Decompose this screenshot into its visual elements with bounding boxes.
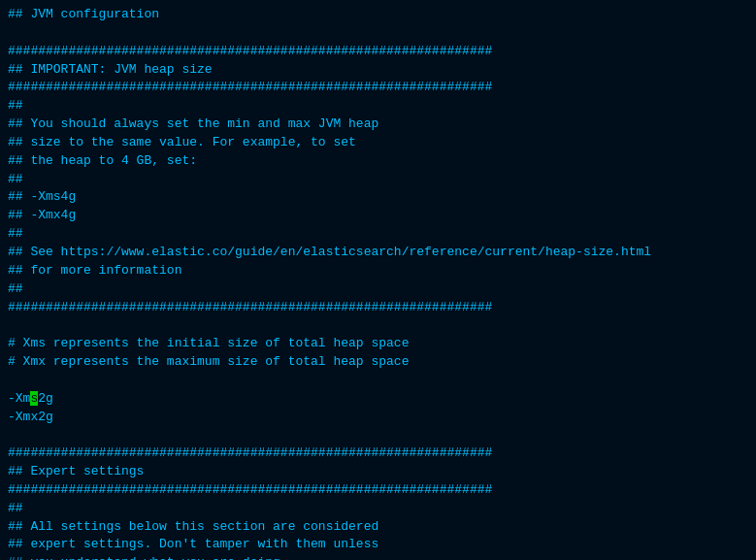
line-8: ## size to the same value. For example, …	[8, 134, 748, 152]
line-25: ########################################…	[8, 445, 748, 463]
line-23: -Xmx2g	[8, 409, 748, 427]
line-22: -Xms2g	[8, 390, 748, 409]
line-18	[8, 316, 748, 335]
line-17: ########################################…	[8, 299, 748, 317]
cursor-highlight: s	[30, 391, 38, 406]
line-11: ## -Xms4g	[8, 188, 748, 207]
line-26: ## Expert settings	[8, 463, 748, 481]
line-10: ##	[8, 171, 748, 189]
line-2	[8, 24, 748, 43]
line-6: ##	[8, 97, 748, 115]
line-28: ##	[8, 500, 748, 518]
line-5: ########################################…	[8, 79, 748, 97]
line-13: ##	[8, 225, 748, 244]
line-12: ## -Xmx4g	[8, 207, 748, 225]
line-7: ## You should always set the min and max…	[8, 115, 748, 134]
line-1: ## JVM configuration	[8, 6, 748, 24]
terminal: ## JVM configuration ###################…	[0, 0, 756, 560]
line-21	[8, 372, 748, 390]
line-30: ## expert settings. Don't tamper with th…	[8, 536, 748, 554]
line-4: ## IMPORTANT: JVM heap size	[8, 61, 748, 80]
line-3: ########################################…	[8, 43, 748, 61]
line-14: ## See https://www.elastic.co/guide/en/e…	[8, 244, 748, 262]
line-29: ## All settings below this section are c…	[8, 518, 748, 537]
line-31: ## you understand what you are doing	[8, 554, 748, 560]
line-9: ## the heap to 4 GB, set:	[8, 152, 748, 171]
line-24	[8, 426, 748, 445]
line-19: # Xms represents the initial size of tot…	[8, 335, 748, 353]
line-15: ## for more information	[8, 262, 748, 280]
line-16: ##	[8, 280, 748, 299]
line-27: ########################################…	[8, 481, 748, 500]
line-20: # Xmx represents the maximum size of tot…	[8, 353, 748, 372]
